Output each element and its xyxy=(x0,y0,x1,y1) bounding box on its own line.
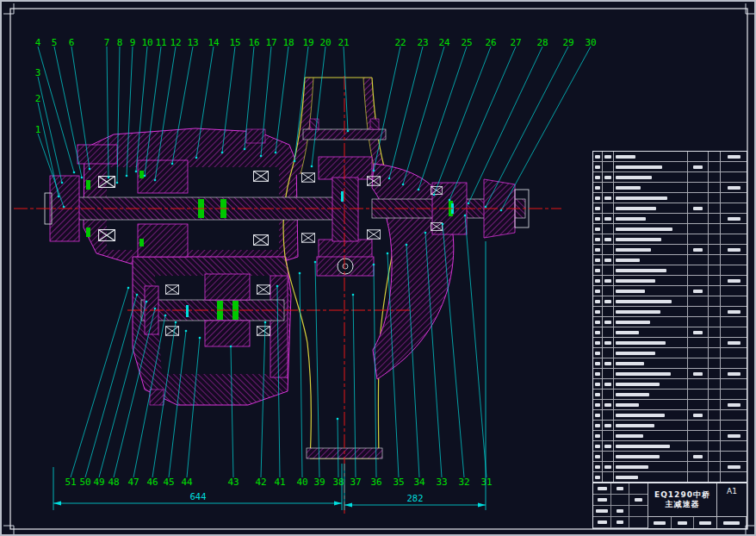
parts-table-cell xyxy=(721,327,747,337)
leader-line xyxy=(389,47,423,178)
part-number-40: 40 xyxy=(296,477,307,488)
parts-table-cell xyxy=(593,338,603,347)
leader-line xyxy=(465,215,486,477)
parts-table-row xyxy=(593,390,747,400)
leader-line xyxy=(38,47,74,172)
parts-table-cell xyxy=(688,307,709,316)
part-number-13: 13 xyxy=(187,37,198,48)
parts-table-cell xyxy=(593,265,603,275)
leader-endpoint xyxy=(449,199,451,202)
part-number-50: 50 xyxy=(79,477,90,488)
title-block-cell xyxy=(593,495,611,506)
title-block-cell xyxy=(593,506,611,517)
part-number-46: 46 xyxy=(146,477,158,488)
parts-table-cell xyxy=(614,172,688,182)
parts-table-cell xyxy=(614,152,688,161)
part-number-1: 1 xyxy=(35,124,41,135)
parts-table-cell xyxy=(603,296,614,306)
parts-table-cell xyxy=(721,462,747,471)
leader-endpoint xyxy=(154,179,157,182)
parts-table-cell xyxy=(614,224,688,234)
leader-endpoint xyxy=(314,261,317,264)
title-block-sheet-row xyxy=(717,517,747,528)
part-number-16: 16 xyxy=(248,37,259,48)
part-number-8: 8 xyxy=(117,37,123,48)
leader-endpoint xyxy=(81,177,84,179)
part-number-42: 42 xyxy=(255,477,266,488)
part-number-2: 2 xyxy=(35,93,41,104)
part-number-27: 27 xyxy=(510,37,521,48)
parts-table-cell xyxy=(721,286,747,296)
leader-endpoint xyxy=(406,244,408,246)
parts-table-cell xyxy=(603,276,614,285)
parts-table-cell xyxy=(709,390,721,399)
title-block-cell xyxy=(629,495,648,506)
parts-table-cell xyxy=(688,338,709,347)
parts-table-cell xyxy=(603,162,614,171)
parts-table-cell xyxy=(614,286,688,296)
part-number-22: 22 xyxy=(394,37,406,48)
parts-table-row xyxy=(593,452,747,462)
leader-endpoint xyxy=(402,184,405,186)
parts-table-row xyxy=(593,327,747,338)
title-block-cell xyxy=(611,483,629,495)
parts-table-cell xyxy=(709,472,721,482)
part-number-34: 34 xyxy=(413,477,425,488)
leader-endpoint xyxy=(442,223,444,226)
parts-table-row xyxy=(593,307,747,317)
parts-table-row xyxy=(593,348,747,358)
parts-table-cell xyxy=(721,410,747,420)
parts-table-cell xyxy=(721,183,747,192)
parts-table-cell xyxy=(603,214,614,223)
parts-table-cell xyxy=(721,431,747,440)
parts-table-cell xyxy=(688,327,709,337)
parts-table-cell xyxy=(593,224,603,234)
parts-table-row xyxy=(593,462,747,472)
part-number-37: 37 xyxy=(350,477,361,488)
leader-endpoint xyxy=(171,163,174,165)
leader-endpoint xyxy=(175,321,177,324)
leader-line xyxy=(38,103,59,196)
title-block-cell xyxy=(648,517,672,528)
part-number-7: 7 xyxy=(104,37,110,48)
parts-table-cell xyxy=(593,431,603,440)
parts-table-cell xyxy=(614,245,688,254)
flange-bolt xyxy=(370,119,379,129)
parts-table-row xyxy=(593,286,747,296)
parts-table-cell xyxy=(614,431,688,440)
parts-table-cell xyxy=(614,255,688,265)
leader-endpoint xyxy=(294,160,296,163)
parts-table-cell xyxy=(614,472,688,482)
title-block-cell xyxy=(672,517,695,528)
title-block-cell xyxy=(611,506,629,517)
leader-endpoint xyxy=(387,252,389,255)
parts-table-cell xyxy=(688,276,709,285)
leader-endpoint xyxy=(264,321,267,324)
leader-endpoint xyxy=(58,196,60,198)
leader-endpoint xyxy=(61,182,64,184)
parts-table-cell xyxy=(603,265,614,275)
parts-table-row xyxy=(593,183,747,193)
parts-table-cell xyxy=(603,255,614,265)
leader-endpoint xyxy=(485,206,487,209)
leader-line xyxy=(403,47,444,184)
leader-endpoint xyxy=(468,203,470,205)
parts-table-cell xyxy=(603,348,614,358)
leader-endpoint xyxy=(89,168,91,171)
parts-table-cell xyxy=(721,276,747,285)
parts-table-cell xyxy=(593,296,603,306)
parts-table-cell xyxy=(603,400,614,409)
leader-line xyxy=(486,47,568,207)
parts-table-cell xyxy=(709,203,721,213)
parts-table-cell xyxy=(603,452,614,461)
parts-table-row xyxy=(593,224,747,234)
parts-table-row xyxy=(593,203,747,214)
parts-table-cell xyxy=(614,276,688,285)
title-block-cell xyxy=(629,483,648,495)
leader-endpoint xyxy=(388,178,391,180)
parts-table-cell xyxy=(614,421,688,430)
parts-table-cell xyxy=(614,390,688,399)
parts-table-row xyxy=(593,441,747,452)
parts-table-cell xyxy=(614,162,688,171)
parts-table-cell xyxy=(688,183,709,192)
